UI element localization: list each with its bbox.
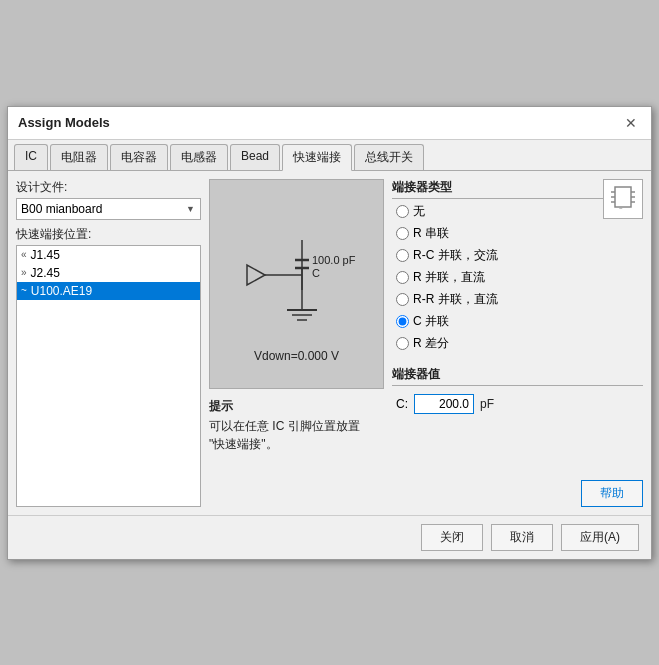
radio-c-parallel-label: C 并联 [413,313,449,330]
list-label-j245: J2.45 [31,266,60,280]
terminator-type-group: 无 R 串联 R-C 并联，交流 R 并联，直流 [396,203,603,352]
list-label-j145: J1.45 [31,248,60,262]
close-dialog-button[interactable]: 关闭 [421,524,483,551]
radio-rr-parallel-dc[interactable]: R-R 并联，直流 [396,291,603,308]
radio-r-series[interactable]: R 串联 [396,225,603,242]
list-icon-j145: « [21,249,27,260]
tab-capacitor[interactable]: 电容器 [110,144,168,170]
terminator-value-section: 端接器值 C: pF [392,366,643,414]
svg-text:~: ~ [619,205,623,211]
c-value-input[interactable] [414,394,474,414]
title-bar: Assign Models ✕ [8,107,651,140]
radio-rc-parallel-ac-label: R-C 并联，交流 [413,247,498,264]
svg-marker-0 [247,265,265,285]
radio-rr-parallel-dc-label: R-R 并联，直流 [413,291,498,308]
cancel-button[interactable]: 取消 [491,524,553,551]
footer: 关闭 取消 应用(A) [8,515,651,559]
circuit-diagram: 100.0 pF C [227,205,367,345]
list-icon-j245: » [21,267,27,278]
tab-bead[interactable]: Bead [230,144,280,170]
svg-rect-12 [615,187,631,207]
c-value-row: C: pF [396,394,643,414]
help-button[interactable]: 帮助 [581,480,643,507]
hint-box: 提示 可以在任意 IC 引脚位置放置"快速端接"。 [209,397,384,453]
tab-resistor[interactable]: 电阻器 [50,144,108,170]
radio-r-series-label: R 串联 [413,225,449,242]
radio-r-parallel-dc[interactable]: R 并联，直流 [396,269,603,286]
list-label-u100ae19: U100.AE19 [31,284,92,298]
position-label: 快速端接位置: [16,226,201,243]
tab-busswitch[interactable]: 总线开关 [354,144,424,170]
symbol-svg: ~ [607,183,639,215]
list-icon-u100ae19: ~ [21,285,27,296]
left-panel: 设计文件: B00 mianboard 快速端接位置: « J1.45 » [16,179,201,507]
file-label: 设计文件: [16,179,201,196]
svg-text:100.0 pF: 100.0 pF [312,254,356,266]
tab-fastterminal[interactable]: 快速端接 [282,144,352,171]
middle-panel: 100.0 pF C Vdown=0.000 V 提示 可以在任意 IC 引脚位… [209,179,384,507]
tab-bar: IC 电阻器 电容器 电感器 Bead 快速端接 总线开关 [8,140,651,171]
radio-none-label: 无 [413,203,425,220]
c-label: C: [396,397,408,411]
radio-rc-parallel-ac[interactable]: R-C 并联，交流 [396,247,603,264]
list-item-j245[interactable]: » J2.45 [17,264,200,282]
radio-r-diff[interactable]: R 差分 [396,335,603,352]
preview-box: 100.0 pF C Vdown=0.000 V [209,179,384,389]
radio-c-parallel[interactable]: C 并联 [396,313,603,330]
close-button[interactable]: ✕ [621,113,641,133]
radio-r-diff-label: R 差分 [413,335,449,352]
hint-text: 可以在任意 IC 引脚位置放置"快速端接"。 [209,417,384,453]
list-item-u100ae19[interactable]: ~ U100.AE19 [17,282,200,300]
tab-inductor[interactable]: 电感器 [170,144,228,170]
main-content: 设计文件: B00 mianboard 快速端接位置: « J1.45 » [8,171,651,515]
radio-r-parallel-dc-label: R 并联，直流 [413,269,485,286]
vdown-label: Vdown=0.000 V [254,349,339,363]
dialog-title: Assign Models [18,115,110,130]
right-panel: 端接器类型 无 R 串联 R-C 并联，交流 [392,179,643,507]
tab-ic[interactable]: IC [14,144,48,170]
file-select[interactable]: B00 mianboard [16,198,201,220]
assign-models-dialog: Assign Models ✕ IC 电阻器 电容器 电感器 Bead 快速端接… [7,106,652,560]
terminator-type-title: 端接器类型 [392,179,603,199]
apply-button[interactable]: 应用(A) [561,524,639,551]
position-list[interactable]: « J1.45 » J2.45 ~ U100.AE19 [16,245,201,507]
terminator-value-title: 端接器值 [392,366,643,386]
c-unit: pF [480,397,494,411]
list-item-j145[interactable]: « J1.45 [17,246,200,264]
radio-none[interactable]: 无 [396,203,603,220]
file-select-wrapper: B00 mianboard [16,198,201,220]
symbol-icon-box: ~ [603,179,643,219]
svg-text:C: C [312,267,320,279]
hint-title: 提示 [209,397,384,415]
